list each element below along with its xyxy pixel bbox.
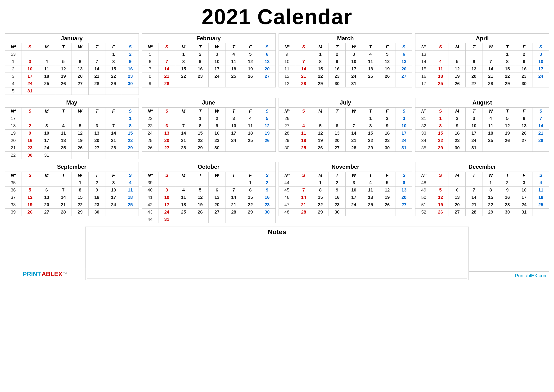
week-number: 13 [416,51,432,58]
day-cell: 15 [362,130,379,137]
table-row: 392627282930 [5,209,139,216]
week-number: 36 [5,187,22,194]
week-number: 9 [278,51,295,58]
day-cell: 23 [379,137,396,144]
day-cell: 4 [225,51,242,58]
day-cell: 23 [329,201,346,209]
day-cell: 24 [533,73,549,80]
day-cell: 4 [242,115,259,122]
day-cell: 24 [345,201,362,209]
table-row: 35293031 [416,144,549,152]
day-cell: 22 [482,201,499,209]
table-row: 52262728293031 [416,209,549,216]
week-number: 24 [142,130,159,137]
day-cell: 29 [312,209,329,216]
col-header-t: T [225,172,242,179]
day-cell: 7 [533,115,549,122]
week-number: 31 [416,115,432,122]
day-cell: 1 [312,179,329,187]
day-cell: 23 [499,201,516,209]
day-cell: 13 [88,130,105,137]
day-cell: 9 [499,187,516,194]
day-cell: 20 [449,201,466,209]
week-number: 40 [142,187,159,194]
day-cell [192,216,209,223]
col-header-s: S [533,172,549,179]
day-cell: 10 [159,194,175,201]
day-cell: 23 [122,73,139,80]
table-row: 351234 [5,179,139,187]
day-cell [395,209,412,216]
day-cell: 24 [466,137,483,144]
day-cell: 7 [295,58,312,65]
col-header-s: S [432,108,449,115]
week-number: 22 [5,152,22,159]
col-header-t: T [466,108,483,115]
month-table-may: MayNºSMTWTFS1711823456781991011121314152… [5,98,139,159]
day-cell: 2 [379,115,396,122]
day-cell: 5 [21,187,38,194]
day-cell: 25 [362,73,379,80]
day-cell: 16 [329,194,346,201]
day-cell: 1 [312,51,329,58]
month-table-february: FebruaryNºSMTWTFS51234566789101112137141… [142,33,276,87]
day-cell: 17 [21,73,38,80]
day-cell: 21 [159,73,175,80]
day-cell: 17 [533,65,549,73]
logo-print: PRINT [22,270,41,278]
day-cell: 16 [259,194,276,201]
day-cell: 28 [175,144,192,152]
week-number: 6 [142,58,159,65]
month-name: September [5,162,139,172]
col-header-n: Nº [5,172,22,179]
week-number: 41 [142,194,159,201]
day-cell: 29 [105,80,122,87]
day-cell: 3 [466,115,483,122]
week-number: 3 [5,73,22,80]
month-table-september: SeptemberNºSMTWTFS3512343656789101137121… [5,162,139,216]
col-header-f: F [242,172,259,179]
day-cell: 18 [432,73,449,80]
table-row: 4431 [142,216,276,223]
table-row: 1328293031 [278,80,412,87]
day-cell: 11 [225,58,242,65]
day-cell [362,209,379,216]
day-cell: 3 [209,51,225,58]
day-cell: 26 [21,209,38,216]
day-cell [72,51,89,58]
day-cell: 16 [379,130,396,137]
day-cell: 1 [499,51,516,58]
table-row: 403456789 [142,187,276,194]
col-header-t: T [499,172,516,179]
day-cell: 27 [88,144,105,152]
table-row: 13456789 [5,58,139,65]
table-row: 17252627282930 [416,80,549,87]
col-header-s: S [432,172,449,179]
day-cell: 12 [192,194,209,201]
day-cell: 5 [449,58,466,65]
day-cell: 4 [295,122,312,130]
day-cell: 15 [499,65,516,73]
day-cell: 7 [175,122,192,130]
notes-label-area: Notes [85,227,469,280]
col-header-m: M [38,172,55,179]
day-cell: 3 [345,179,362,187]
day-cell: 6 [466,58,483,65]
day-cell: 31 [466,144,483,152]
table-row: 1078910111213 [278,58,412,65]
day-cell [55,152,72,159]
day-cell: 3 [345,51,362,58]
table-row: 1618192021222324 [416,73,549,80]
table-row: 2123242526272829 [5,144,139,152]
day-cell: 30 [499,209,516,216]
col-header-t: T [329,172,346,179]
table-row: 3819202122232425 [5,201,139,209]
col-header-t: T [329,43,346,51]
day-cell: 7 [105,122,122,130]
day-cell: 4 [175,187,192,194]
day-cell: 26 [259,137,276,144]
day-cell: 7 [88,58,105,65]
col-header-m: M [38,43,55,51]
day-cell: 27 [329,144,346,152]
col-header-t: T [225,108,242,115]
